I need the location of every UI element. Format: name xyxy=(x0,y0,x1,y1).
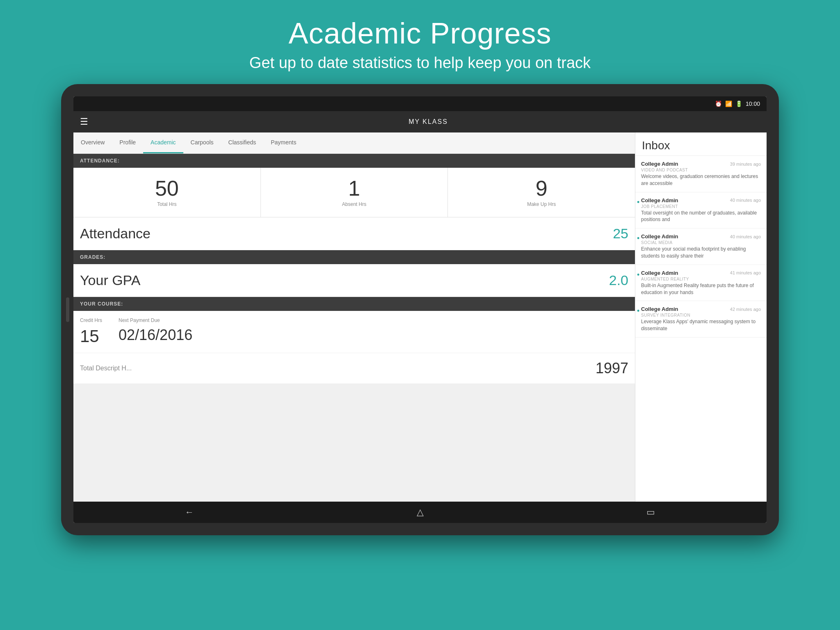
tab-profile[interactable]: Profile xyxy=(112,132,143,153)
next-payment-field: Next Payment Due 02/16/2016 xyxy=(119,317,192,346)
partial-label: Total Descript H... xyxy=(80,365,132,372)
battery-icon: 🔋 xyxy=(735,100,742,107)
inbox-sender: College Admin 41 minutes ago xyxy=(641,270,761,276)
inbox-category: AUGMENTED REALITY xyxy=(641,277,761,281)
inbox-item[interactable]: College Admin 40 minutes ago JOB PLACEME… xyxy=(635,192,767,229)
inbox-item[interactable]: College Admin 39 minutes ago VIDEO AND P… xyxy=(635,156,767,192)
next-payment-label: Next Payment Due xyxy=(119,317,192,323)
inbox-category: SURVEY INTEGRATION xyxy=(641,313,761,317)
stat-makeup-hrs: 9 Make Up Hrs xyxy=(448,168,635,217)
credit-hrs-value: 15 xyxy=(80,326,102,346)
inbox-category: SOCIAL MEDIA xyxy=(641,240,761,245)
tab-bar: Overview Profile Academic Carpools Class… xyxy=(73,132,635,154)
recents-button[interactable]: ▭ xyxy=(630,504,671,521)
course-header: YOUR COURSE: xyxy=(73,297,635,311)
page-title: Academic Progress xyxy=(249,16,591,50)
attendance-value: 25 xyxy=(613,226,628,242)
tab-payments[interactable]: Payments xyxy=(263,132,304,153)
partial-value: 1997 xyxy=(596,360,628,377)
time-display: 10:00 xyxy=(746,100,760,107)
gpa-value: 2.0 xyxy=(609,272,628,288)
total-hrs-label: Total Hrs xyxy=(157,201,176,207)
menu-button[interactable]: ☰ xyxy=(80,116,88,127)
inbox-item[interactable]: College Admin 41 minutes ago AUGMENTED R… xyxy=(635,265,767,301)
makeup-hrs-label: Make Up Hrs xyxy=(527,201,556,207)
inbox-item[interactable]: College Admin 40 minutes ago SOCIAL MEDI… xyxy=(635,228,767,265)
inbox-sender: College Admin 40 minutes ago xyxy=(641,233,761,240)
main-area: Overview Profile Academic Carpools Class… xyxy=(73,132,767,502)
inbox-category: VIDEO AND PODCAST xyxy=(641,168,761,172)
gpa-label: Your GPA xyxy=(80,272,609,288)
credit-hrs-label: Credit Hrs xyxy=(80,317,102,323)
app-bar: ☰ MY KLASS xyxy=(73,111,767,132)
tab-overview[interactable]: Overview xyxy=(73,132,112,153)
tablet-device: ⏰ 📶 🔋 10:00 ☰ MY KLASS Overview Profile … xyxy=(61,84,779,535)
inbox-preview: Total oversight on the number of graduat… xyxy=(641,210,761,224)
inbox-sender: College Admin 42 minutes ago xyxy=(641,306,761,312)
stat-absent-hrs: 1 Absent Hrs xyxy=(261,168,448,217)
gpa-row: Your GPA 2.0 xyxy=(73,264,635,297)
tablet-screen: ⏰ 📶 🔋 10:00 ☰ MY KLASS Overview Profile … xyxy=(73,96,767,523)
status-bar: ⏰ 📶 🔋 10:00 xyxy=(73,96,767,111)
status-icons: ⏰ 📶 🔋 10:00 xyxy=(715,100,760,107)
attendance-header: ATTENDANCE: xyxy=(73,154,635,168)
inbox-sender: College Admin 40 minutes ago xyxy=(641,197,761,203)
page-header: Academic Progress Get up to date statist… xyxy=(241,0,599,84)
inbox-preview: Welcome videos, graduation ceremonies an… xyxy=(641,173,761,187)
inbox-preview: Leverage Klass Apps' dynamic messaging s… xyxy=(641,318,761,332)
app-title: MY KLASS xyxy=(96,118,760,126)
attendance-stats: 50 Total Hrs 1 Absent Hrs 9 Make Up Hrs xyxy=(73,168,635,217)
course-section: Credit Hrs 15 Next Payment Due 02/16/201… xyxy=(73,311,635,353)
back-button[interactable]: ← xyxy=(169,504,210,521)
home-button[interactable]: △ xyxy=(400,504,440,521)
inbox-preview: Built-in Augmented Reality feature puts … xyxy=(641,282,761,296)
inbox-list: College Admin 39 minutes ago VIDEO AND P… xyxy=(635,156,767,502)
stat-total-hrs: 50 Total Hrs xyxy=(73,168,261,217)
makeup-hrs-value: 9 xyxy=(536,178,548,199)
absent-hrs-label: Absent Hrs xyxy=(342,201,366,207)
inbox-title: Inbox xyxy=(635,132,767,156)
inbox-preview: Enhance your social media footprint by e… xyxy=(641,246,761,260)
total-hrs-value: 50 xyxy=(155,178,179,199)
credit-hrs-field: Credit Hrs 15 xyxy=(80,317,102,346)
absent-hrs-value: 1 xyxy=(348,178,360,199)
inbox-sender: College Admin 39 minutes ago xyxy=(641,161,761,167)
alarm-icon: ⏰ xyxy=(715,100,722,107)
left-panel: Overview Profile Academic Carpools Class… xyxy=(73,132,635,502)
inbox-item[interactable]: College Admin 42 minutes ago SURVEY INTE… xyxy=(635,301,767,338)
nav-bar: ← △ ▭ xyxy=(73,502,767,523)
tab-academic[interactable]: Academic xyxy=(143,132,183,153)
tab-carpools[interactable]: Carpools xyxy=(183,132,221,153)
grades-header: GRADES: xyxy=(73,250,635,264)
inbox-panel: Inbox College Admin 39 minutes ago VIDEO… xyxy=(635,132,767,502)
inbox-category: JOB PLACEMENT xyxy=(641,204,761,209)
partial-row: Total Descript H... 1997 xyxy=(73,353,635,383)
attendance-score-row: Attendance 25 xyxy=(73,217,635,250)
page-subtitle: Get up to date statistics to help keep y… xyxy=(249,54,591,72)
attendance-label: Attendance xyxy=(80,226,613,242)
course-fields: Credit Hrs 15 Next Payment Due 02/16/201… xyxy=(80,317,628,346)
tab-classifieds[interactable]: Classifieds xyxy=(221,132,264,153)
next-payment-value: 02/16/2016 xyxy=(119,326,192,344)
content-area: ATTENDANCE: 50 Total Hrs 1 Absent Hrs 9 xyxy=(73,154,635,502)
wifi-icon: 📶 xyxy=(725,100,732,107)
